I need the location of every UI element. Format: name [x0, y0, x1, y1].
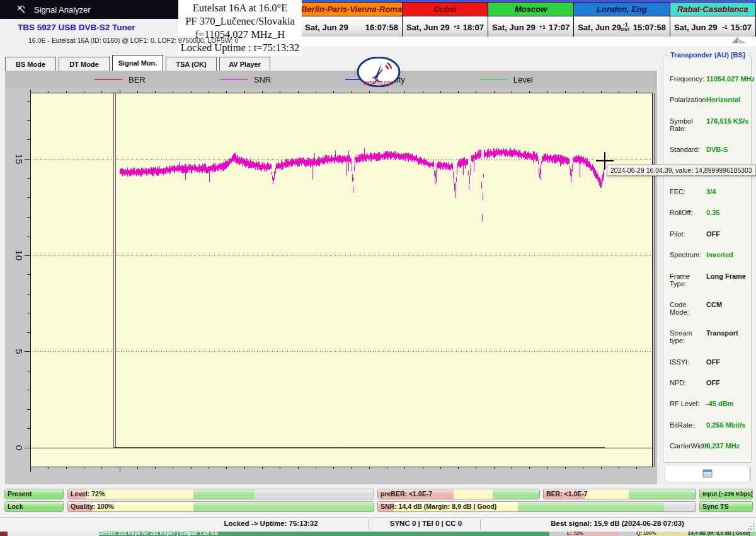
- clock-time-row: Sat, Jun 29 -1 15:07: [670, 16, 755, 38]
- clock-time-row: Sat, Jun 29 -1 DST 15:07:58: [574, 16, 670, 38]
- clock-time-row: Sat, Jun 29 +1 17:07: [488, 16, 573, 38]
- transponder-row: Polarization: Horizontal: [670, 96, 751, 103]
- tab[interactable]: DT Mode: [59, 57, 110, 71]
- transponder-row: RF Level: -45 dBm: [670, 400, 751, 407]
- clock-utc-offset: -1: [723, 25, 728, 30]
- clock-time: 17:07: [549, 23, 570, 32]
- row-label: RollOff:: [670, 209, 706, 216]
- clock-time-row: Sat, Jun 29 16:07:58: [301, 16, 402, 38]
- clock-time-row: Sat, Jun 29 +2 18:07: [403, 16, 488, 38]
- tab[interactable]: BS Mode: [5, 57, 56, 71]
- status-sync-counters: SYNC 0 | TEI 0 | CC 0: [372, 520, 480, 527]
- osd-text-block: Eutelsat 16A at 16.0°EPF 370_Lučenec/Slo…: [178, 0, 302, 55]
- input-label: Input (~235 Kbps): [702, 490, 753, 497]
- clocks-underside: [301, 37, 756, 46]
- level-label: Level: 72%: [71, 490, 105, 498]
- sliver-segment: [8, 532, 99, 536]
- snr-trend-plot[interactable]: [5, 88, 657, 484]
- row-label: RF Level:: [670, 400, 706, 407]
- clock-city: London, Eng: [574, 3, 670, 16]
- row-label: Symbol Rate:: [670, 117, 706, 132]
- clock-utc-offset: -1 DST: [621, 23, 630, 32]
- row-label: CarrierWidth:: [670, 442, 706, 450]
- transponder-row: ISSYI: OFF: [670, 358, 751, 366]
- transponder-row: FEC: 3/4: [670, 188, 751, 195]
- sliver-segment: Q: 100%: [636, 532, 688, 536]
- mode-tabs: BS ModeDT ModeSignal Mon.TSA (OK)AV Play…: [5, 55, 273, 71]
- lock-label: Lock: [8, 503, 23, 510]
- legend-line-swatch: [479, 79, 507, 80]
- legend-item: BER: [94, 75, 146, 84]
- status-divider: [369, 519, 369, 530]
- row-value: OFF: [706, 230, 720, 238]
- transponder-row: Frequency: 11054,027 MHz: [670, 75, 751, 83]
- row-value: DVB-S: [706, 146, 728, 153]
- transponder-row: Spectrum: Inverted: [670, 251, 751, 259]
- row-value: 176,515 KS/s: [706, 117, 748, 125]
- list-icon: [702, 469, 713, 478]
- transponder-row: Stream type: Transport: [670, 329, 751, 344]
- resize-grip[interactable]: [747, 523, 755, 530]
- transponder-row: Symbol Rate: 176,515 KS/s: [670, 117, 751, 132]
- world-clocks: Berlin-Paris-Vienna-Roma Sat, Jun 29 16:…: [301, 0, 756, 38]
- sync-ts-indicator: Sync TS: [699, 501, 753, 512]
- row-label: Spectrum:: [670, 251, 706, 259]
- sliver-segment: [0, 532, 8, 536]
- row-value: Transport: [706, 329, 738, 337]
- transponder-row: Code Mode: CCM: [670, 301, 751, 316]
- row-label: Frame Type:: [670, 272, 706, 288]
- legend-label: BER: [129, 75, 146, 84]
- legend-line-swatch: [94, 79, 122, 80]
- clock-city: Berlin-Paris-Vienna-Roma: [301, 3, 402, 16]
- row-value: 11054,027 MHz: [706, 75, 755, 83]
- input-rate-indicator: Input (~235 Kbps): [699, 489, 753, 499]
- transponder-row: RollOff: 0.35: [670, 209, 751, 216]
- stream-list-button[interactable]: [665, 465, 750, 482]
- preber-label: preBER: <1.0E-7: [381, 490, 432, 498]
- row-value: 0.35: [706, 209, 719, 216]
- legend-label: Level: [513, 75, 533, 84]
- clock-app-signature-icon: [731, 35, 750, 45]
- tuner-name: TBS 5927 USB DVB-S2 Tuner: [18, 23, 135, 32]
- tab[interactable]: AV Player: [219, 57, 270, 71]
- row-label: BitRate:: [670, 421, 706, 429]
- clock-cell: Berlin-Paris-Vienna-Roma Sat, Jun 29 16:…: [301, 2, 403, 38]
- osd-line: PF 370_Lučenec/Slovakia: [178, 15, 302, 28]
- clock-cell: Dubai Sat, Jun 29 +2 18:07: [402, 2, 488, 38]
- clock-cell: Moscow Sat, Jun 29 +1 17:07: [488, 2, 574, 38]
- legend-label: SNR: [254, 75, 271, 84]
- row-value: 3/4: [706, 188, 716, 195]
- present-indicator: Present: [4, 489, 64, 499]
- status-best-signal: Best signal: 15,9 dB (2024-06-28 07:03): [485, 520, 750, 527]
- row-label: Standard:: [670, 146, 706, 153]
- lock-indicator: Lock: [4, 501, 64, 512]
- row-label: FEC:: [670, 188, 706, 195]
- transponder-rows: Frequency: 11054,027 MHz Polarization: H…: [663, 56, 751, 450]
- row-value: CCM: [706, 301, 722, 308]
- clock-city: Rabat-Casablanca: [670, 3, 755, 16]
- row-label: Frequency:: [670, 75, 706, 83]
- legend-item: SNR: [220, 75, 271, 84]
- clock-time: 15:07: [731, 23, 752, 32]
- clock-utc-offset: +2: [454, 25, 460, 30]
- window-title: Signal Analyzer: [34, 5, 91, 15]
- tab[interactable]: Signal Mon.: [112, 55, 163, 71]
- tab[interactable]: TSA (OK): [166, 57, 217, 71]
- clock-date: Sat, Jun 29: [578, 23, 621, 32]
- sliver-segment: [549, 532, 567, 536]
- ber-meter: BER: <1.0E-7: [543, 489, 696, 499]
- background-window-sliver: Bitrate: 233 Kbps for 233 Kbps? | Output…: [0, 532, 756, 536]
- clock-city: Moscow: [488, 3, 573, 16]
- row-value: -45 dBm: [706, 400, 733, 407]
- clock-time: 15:07:58: [633, 23, 666, 32]
- legend-item: Level: [479, 75, 533, 84]
- status-divider: [480, 519, 481, 530]
- present-label: Present: [8, 490, 32, 498]
- chart-tooltip: 2024-06-29 16.04.39, value: 14,899999618…: [607, 165, 756, 176]
- app-dish-icon: [16, 4, 26, 15]
- row-label: Pilot:: [670, 230, 706, 238]
- row-label: Stream type:: [670, 329, 706, 344]
- row-label: Polarization:: [670, 96, 706, 103]
- chart-legend: BER SNR Quality Level: [5, 71, 657, 88]
- row-value: OFF: [706, 358, 720, 366]
